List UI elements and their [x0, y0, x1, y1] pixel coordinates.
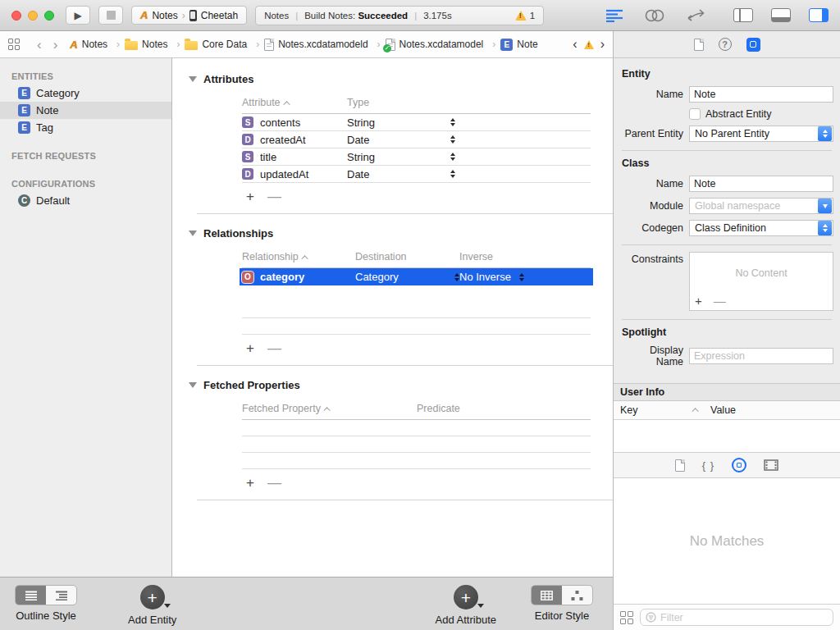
previous-issue-button[interactable]: ‹	[573, 37, 577, 52]
column-header-key[interactable]: Key	[620, 404, 694, 416]
sidebar-item-default[interactable]: C Default	[0, 192, 171, 209]
editor-style-control	[531, 585, 593, 605]
toggle-navigator-icon[interactable]	[733, 8, 753, 22]
sidebar-item-category[interactable]: E Category	[0, 84, 171, 102]
add-attribute-row-button[interactable]: +	[246, 189, 254, 205]
attribute-type: Date	[347, 134, 447, 146]
add-attribute-label: Add Attribute	[436, 614, 496, 626]
editor-style-graph-button[interactable]	[562, 586, 592, 605]
file-template-library-icon[interactable]	[675, 459, 685, 472]
file-inspector-icon[interactable]	[694, 39, 704, 51]
stop-button[interactable]	[98, 6, 123, 25]
relationships-header[interactable]: Relationships	[189, 227, 613, 240]
divider	[197, 500, 613, 500]
warning-icon[interactable]: !	[584, 40, 594, 49]
user-info-table[interactable]	[614, 420, 840, 453]
class-name-field[interactable]	[689, 176, 833, 192]
remove-fetched-property-button[interactable]: —	[267, 475, 281, 491]
add-fetched-property-button[interactable]: +	[246, 475, 254, 491]
empty-row	[242, 420, 591, 436]
type-popup-icon[interactable]	[450, 153, 455, 161]
outline-style-hierarchy-button[interactable]	[46, 586, 76, 605]
table-row[interactable]: Stitle String	[242, 148, 591, 166]
assistant-editor-icon[interactable]	[645, 9, 664, 22]
back-button[interactable]: ‹	[31, 38, 48, 52]
media-library-icon[interactable]	[764, 459, 778, 471]
toggle-debug-area-icon[interactable]	[771, 8, 791, 22]
stop-icon	[107, 11, 116, 20]
remove-relationship-row-button[interactable]: —	[267, 340, 281, 357]
toggle-inspector-icon[interactable]	[809, 8, 829, 22]
add-entity-label: Add Entity	[128, 614, 176, 626]
column-header-type[interactable]: Type	[347, 97, 447, 108]
column-header-inverse[interactable]: Inverse	[459, 251, 493, 262]
warning-count-button[interactable]: ! 1	[515, 11, 535, 21]
codegen-popup[interactable]: Class Definition	[689, 220, 833, 236]
remove-attribute-row-button[interactable]: —	[267, 189, 281, 205]
forward-button[interactable]: ›	[48, 38, 64, 52]
combo-arrow-icon	[818, 199, 832, 213]
column-header-destination[interactable]: Destination	[355, 251, 459, 262]
data-model-inspector-icon[interactable]	[746, 38, 760, 52]
breadcrumb-project[interactable]: A Notes›	[70, 39, 125, 51]
table-row[interactable]: Scontents String	[242, 114, 591, 131]
code-snippet-library-icon[interactable]: { }	[702, 459, 714, 472]
column-header-relationship[interactable]: Relationship	[242, 251, 355, 262]
entity-label: Tag	[36, 121, 53, 134]
outline-style-list-button[interactable]	[16, 586, 46, 605]
chevron-right-icon: ›	[116, 39, 120, 50]
breadcrumb-file[interactable]: Notes.xcdatamodeld›	[264, 39, 385, 51]
editor-style-table-button[interactable]	[532, 586, 562, 605]
related-items-icon[interactable]	[8, 39, 20, 50]
type-popup-icon[interactable]	[450, 170, 455, 178]
entity-name-field[interactable]	[689, 86, 833, 103]
run-button[interactable]: ▶	[66, 6, 90, 25]
standard-editor-icon[interactable]	[605, 9, 623, 22]
table-row[interactable]: DcreatedAt Date	[242, 131, 591, 148]
add-relationship-row-button[interactable]: +	[246, 340, 254, 357]
codegen-label: Codegen	[620, 222, 689, 234]
next-issue-button[interactable]: ›	[600, 37, 605, 52]
table-row[interactable]: DupdatedAt Date	[242, 166, 591, 183]
minimize-window-button[interactable]	[28, 11, 38, 21]
type-popup-icon[interactable]	[450, 118, 455, 126]
breadcrumb-group[interactable]: Core Data›	[185, 39, 264, 50]
add-constraint-button[interactable]: +	[695, 294, 702, 308]
breadcrumb-group[interactable]: Notes›	[125, 39, 185, 50]
fetched-properties-header[interactable]: Fetched Properties	[189, 379, 613, 391]
column-header-predicate[interactable]: Predicate	[417, 403, 460, 414]
sort-ascending-icon	[301, 255, 308, 262]
sidebar-item-tag[interactable]: E Tag	[0, 119, 171, 136]
abstract-entity-checkbox[interactable]	[689, 108, 701, 120]
object-library-icon[interactable]	[732, 458, 746, 472]
column-header-value[interactable]: Value	[710, 404, 736, 416]
display-name-field[interactable]	[689, 348, 833, 364]
divider	[622, 150, 832, 151]
column-header-fetched-property[interactable]: Fetched Property	[242, 403, 417, 414]
close-window-button[interactable]	[11, 11, 21, 21]
version-editor-icon[interactable]	[686, 9, 705, 22]
add-attribute-button[interactable]: +	[454, 585, 478, 609]
quick-help-icon[interactable]: ?	[719, 38, 732, 51]
breadcrumb-file[interactable]: ✓ Notes.xcdatamodel›	[386, 39, 501, 51]
add-entity-button[interactable]: +	[140, 585, 165, 609]
sidebar-item-note[interactable]: E Note	[0, 102, 171, 119]
folder-icon	[185, 41, 198, 50]
filter-input[interactable]	[660, 612, 828, 623]
column-header-attribute[interactable]: Attribute	[242, 97, 347, 108]
build-status-result: Succeeded	[358, 11, 408, 21]
remove-constraint-button[interactable]: —	[714, 294, 726, 308]
filter-field-wrap[interactable]	[640, 609, 833, 626]
inverse-popup-icon[interactable]	[519, 273, 524, 281]
table-row-selected[interactable]: Ocategory Category No Inverse	[240, 268, 593, 285]
type-popup-icon[interactable]	[450, 135, 455, 144]
module-combo-box[interactable]: Global namespace	[689, 198, 833, 214]
breadcrumb-entity[interactable]: E Note	[500, 39, 537, 51]
zoom-window-button[interactable]	[44, 11, 54, 21]
grid-view-icon[interactable]	[620, 611, 633, 624]
constraints-table[interactable]: No Content + —	[689, 252, 833, 311]
parent-entity-popup[interactable]: No Parent Entity	[689, 126, 833, 142]
divider	[197, 365, 613, 366]
attributes-header[interactable]: Attributes	[189, 73, 613, 85]
scheme-selector[interactable]: A Notes › Cheetah	[131, 6, 247, 25]
